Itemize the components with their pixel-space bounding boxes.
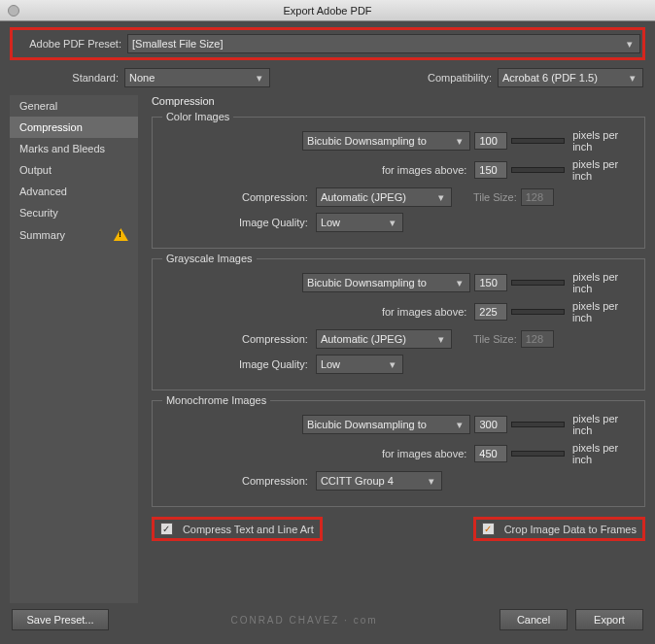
quality-label: Image Quality: — [162, 217, 308, 228]
cancel-button[interactable]: Cancel — [500, 609, 568, 630]
gray-compression-dropdown[interactable]: Automatic (JPEG)▾ — [316, 329, 452, 349]
main-panel: Compression Color Images Bicubic Downsam… — [138, 95, 645, 603]
mono-compression-dropdown[interactable]: CCITT Group 4▾ — [316, 471, 442, 491]
preset-label: Adobe PDF Preset: — [15, 38, 121, 50]
export-button[interactable]: Export — [575, 609, 643, 630]
color-method-dropdown[interactable]: Bicubic Downsampling to ▾ — [302, 131, 470, 151]
watermark: CONRAD CHAVEZ · com — [117, 615, 492, 626]
tile-size-label: Tile Size: — [473, 191, 517, 203]
color-ppi-slider[interactable] — [511, 138, 565, 144]
chevron-down-icon: ▾ — [454, 135, 465, 148]
color-above-field[interactable] — [474, 161, 507, 179]
unit-label: pixels per inch — [572, 129, 635, 153]
compression-label: Compression: — [162, 191, 308, 203]
color-images-fieldset: Color Images Bicubic Downsampling to ▾ p… — [152, 117, 645, 249]
chevron-down-icon: ▾ — [387, 217, 398, 229]
check-icon: ✓ — [160, 523, 173, 535]
color-compression-dropdown[interactable]: Automatic (JPEG) ▾ — [316, 187, 452, 207]
chevron-down-icon: ▾ — [624, 38, 636, 51]
preset-value: [Smallest File Size] — [132, 38, 624, 50]
color-quality-dropdown[interactable]: Low ▾ — [316, 213, 403, 232]
export-pdf-window: Export Adobe PDF Adobe PDF Preset: [Smal… — [0, 0, 655, 644]
mono-above-slider[interactable] — [511, 451, 565, 457]
color-legend: Color Images — [162, 111, 233, 122]
mono-ppi-field[interactable] — [474, 416, 507, 433]
gray-above-slider[interactable] — [511, 309, 565, 315]
compat-label: Compatibility: — [428, 72, 492, 84]
save-preset-button[interactable]: Save Preset... — [12, 609, 109, 630]
mono-above-field[interactable] — [474, 445, 507, 462]
monochrome-fieldset: Monochrome Images Bicubic Downsampling t… — [152, 400, 645, 507]
mono-ppi-slider[interactable] — [511, 422, 565, 427]
sidebar-item-advanced[interactable]: Advanced — [10, 181, 138, 202]
gray-quality-dropdown[interactable]: Low▾ — [316, 355, 403, 374]
standard-dropdown[interactable]: None ▾ — [124, 68, 270, 87]
chevron-down-icon: ▾ — [435, 333, 447, 346]
chevron-down-icon: ▾ — [454, 277, 465, 289]
gray-legend: Grayscale Images — [162, 253, 257, 264]
gray-ppi-field[interactable] — [474, 274, 507, 291]
compat-dropdown[interactable]: Acrobat 6 (PDF 1.5) ▾ — [498, 68, 643, 87]
window-title: Export Adobe PDF — [283, 5, 371, 17]
standard-value: None — [129, 72, 254, 84]
preset-dropdown[interactable]: [Smallest File Size] ▾ — [127, 34, 640, 53]
sidebar-item-general[interactable]: General — [10, 95, 138, 117]
sidebar-item-marks[interactable]: Marks and Bleeds — [10, 138, 138, 159]
close-icon[interactable] — [8, 5, 19, 17]
mono-legend: Monochrome Images — [162, 394, 270, 406]
color-ppi-field[interactable] — [474, 132, 507, 150]
chevron-down-icon: ▾ — [254, 72, 265, 85]
sidebar: General Compression Marks and Bleeds Out… — [10, 95, 138, 603]
titlebar: Export Adobe PDF — [0, 0, 655, 21]
color-above-slider[interactable] — [511, 167, 565, 173]
mono-method-dropdown[interactable]: Bicubic Downsampling to▾ — [302, 415, 470, 434]
crop-image-checkbox[interactable]: ✓ Crop Image Data to Frames — [473, 517, 645, 541]
sidebar-item-security[interactable]: Security — [10, 202, 138, 223]
check-icon: ✓ — [482, 523, 495, 535]
compress-text-checkbox[interactable]: ✓ Compress Text and Line Art — [152, 517, 323, 541]
sidebar-item-summary[interactable]: Summary — [10, 223, 138, 246]
chevron-down-icon: ▾ — [435, 191, 447, 204]
chevron-down-icon: ▾ — [454, 419, 465, 431]
gray-tile-field — [521, 330, 554, 348]
gray-above-field[interactable] — [474, 303, 507, 321]
compat-value: Acrobat 6 (PDF 1.5) — [502, 72, 627, 84]
sidebar-item-output[interactable]: Output — [10, 159, 138, 181]
chevron-down-icon: ▾ — [426, 475, 437, 488]
standard-compat-row: Standard: None ▾ Compatibility: Acrobat … — [10, 62, 645, 95]
sidebar-item-compression[interactable]: Compression — [10, 117, 138, 138]
gray-method-dropdown[interactable]: Bicubic Downsampling to▾ — [302, 273, 470, 292]
gray-ppi-slider[interactable] — [511, 280, 565, 286]
chevron-down-icon: ▾ — [627, 72, 638, 85]
standard-label: Standard: — [12, 72, 119, 84]
color-tile-field — [521, 188, 554, 206]
preset-row: Adobe PDF Preset: [Smallest File Size] ▾ — [10, 27, 645, 60]
page-title: Compression — [152, 95, 645, 107]
chevron-down-icon: ▾ — [387, 358, 398, 371]
for-above-label: for images above: — [302, 164, 470, 176]
grayscale-fieldset: Grayscale Images Bicubic Downsampling to… — [152, 258, 645, 390]
warning-icon — [114, 228, 128, 241]
